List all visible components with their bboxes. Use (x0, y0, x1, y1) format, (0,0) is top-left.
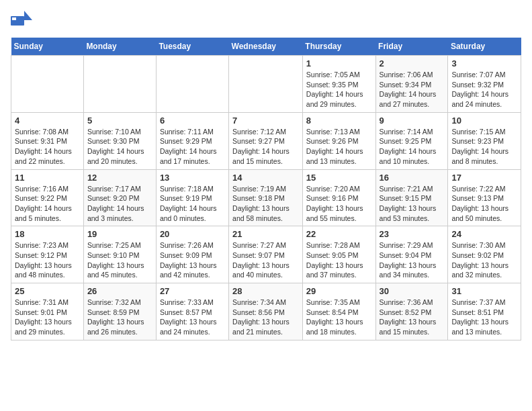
day-number: 30 (380, 286, 445, 296)
day-number: 22 (306, 229, 372, 239)
calendar-cell: 31Sunrise: 7:37 AM Sunset: 8:51 PM Dayli… (448, 283, 521, 340)
calendar-cell: 1Sunrise: 7:05 AM Sunset: 9:35 PM Daylig… (302, 56, 375, 113)
week-row-1: 1Sunrise: 7:05 AM Sunset: 9:35 PM Daylig… (11, 56, 521, 113)
calendar-cell: 25Sunrise: 7:31 AM Sunset: 9:01 PM Dayli… (11, 283, 84, 340)
day-number: 25 (15, 286, 80, 296)
calendar-cell: 10Sunrise: 7:15 AM Sunset: 9:23 PM Dayli… (448, 112, 521, 169)
calendar-cell: 12Sunrise: 7:17 AM Sunset: 9:20 PM Dayli… (83, 169, 156, 226)
day-number: 9 (380, 116, 445, 126)
day-detail: Sunrise: 7:23 AM Sunset: 9:12 PM Dayligh… (15, 240, 80, 280)
calendar-cell: 21Sunrise: 7:27 AM Sunset: 9:07 PM Dayli… (229, 226, 303, 283)
calendar-cell: 26Sunrise: 7:32 AM Sunset: 8:59 PM Dayli… (83, 283, 156, 340)
calendar-cell (156, 56, 228, 113)
day-number: 19 (87, 229, 152, 239)
day-detail: Sunrise: 7:21 AM Sunset: 9:15 PM Dayligh… (380, 184, 445, 224)
day-detail: Sunrise: 7:10 AM Sunset: 9:30 PM Dayligh… (87, 127, 152, 167)
svg-marker-1 (24, 11, 32, 20)
day-number: 16 (380, 173, 445, 183)
days-header-row: SundayMondayTuesdayWednesdayThursdayFrid… (11, 38, 521, 56)
calendar-cell: 18Sunrise: 7:23 AM Sunset: 9:12 PM Dayli… (11, 226, 84, 283)
day-detail: Sunrise: 7:05 AM Sunset: 9:35 PM Dayligh… (306, 70, 372, 109)
day-number: 21 (232, 229, 299, 239)
day-number: 17 (451, 173, 517, 183)
day-number: 31 (451, 286, 517, 296)
calendar-cell: 28Sunrise: 7:34 AM Sunset: 8:56 PM Dayli… (229, 283, 303, 340)
day-number: 8 (306, 116, 372, 126)
day-detail: Sunrise: 7:15 AM Sunset: 9:23 PM Dayligh… (451, 127, 517, 167)
calendar-cell: 3Sunrise: 7:07 AM Sunset: 9:32 PM Daylig… (448, 56, 521, 113)
calendar-cell: 16Sunrise: 7:21 AM Sunset: 9:15 PM Dayli… (375, 169, 448, 226)
calendar-cell: 23Sunrise: 7:29 AM Sunset: 9:04 PM Dayli… (375, 226, 448, 283)
day-detail: Sunrise: 7:36 AM Sunset: 8:52 PM Dayligh… (380, 298, 445, 337)
calendar-cell: 8Sunrise: 7:13 AM Sunset: 9:26 PM Daylig… (302, 112, 375, 169)
day-detail: Sunrise: 7:29 AM Sunset: 9:04 PM Dayligh… (380, 240, 445, 280)
day-number: 24 (451, 229, 517, 239)
day-detail: Sunrise: 7:12 AM Sunset: 9:27 PM Dayligh… (232, 127, 299, 167)
day-number: 2 (380, 58, 445, 68)
logo[interactable] (11, 11, 35, 30)
day-number: 6 (160, 116, 225, 126)
calendar-body: 1Sunrise: 7:05 AM Sunset: 9:35 PM Daylig… (11, 56, 521, 340)
calendar-cell: 14Sunrise: 7:19 AM Sunset: 9:18 PM Dayli… (229, 169, 303, 226)
day-detail: Sunrise: 7:28 AM Sunset: 9:05 PM Dayligh… (306, 240, 372, 280)
calendar-cell: 17Sunrise: 7:22 AM Sunset: 9:13 PM Dayli… (448, 169, 521, 226)
header-monday: Monday (83, 38, 156, 56)
day-detail: Sunrise: 7:33 AM Sunset: 8:57 PM Dayligh… (160, 298, 225, 337)
calendar-cell: 11Sunrise: 7:16 AM Sunset: 9:22 PM Dayli… (11, 169, 84, 226)
calendar-cell: 13Sunrise: 7:18 AM Sunset: 9:19 PM Dayli… (156, 169, 228, 226)
day-number: 5 (87, 116, 152, 126)
calendar-cell: 22Sunrise: 7:28 AM Sunset: 9:05 PM Dayli… (302, 226, 375, 283)
day-detail: Sunrise: 7:37 AM Sunset: 8:51 PM Dayligh… (451, 298, 517, 337)
day-number: 14 (232, 173, 299, 183)
day-detail: Sunrise: 7:31 AM Sunset: 9:01 PM Dayligh… (15, 298, 80, 337)
day-detail: Sunrise: 7:19 AM Sunset: 9:18 PM Dayligh… (232, 184, 299, 224)
calendar-cell (11, 56, 84, 113)
day-number: 18 (15, 229, 80, 239)
day-detail: Sunrise: 7:27 AM Sunset: 9:07 PM Dayligh… (232, 240, 299, 280)
day-number: 4 (15, 116, 80, 126)
day-detail: Sunrise: 7:25 AM Sunset: 9:10 PM Dayligh… (87, 240, 152, 280)
day-number: 23 (380, 229, 445, 239)
header-friday: Friday (375, 38, 448, 56)
week-row-3: 11Sunrise: 7:16 AM Sunset: 9:22 PM Dayli… (11, 169, 521, 226)
day-detail: Sunrise: 7:07 AM Sunset: 9:32 PM Dayligh… (451, 70, 517, 109)
logo-icon (11, 11, 32, 30)
day-number: 11 (15, 173, 80, 183)
day-detail: Sunrise: 7:18 AM Sunset: 9:19 PM Dayligh… (160, 184, 225, 224)
day-number: 27 (160, 286, 225, 296)
calendar-cell: 9Sunrise: 7:14 AM Sunset: 9:25 PM Daylig… (375, 112, 448, 169)
day-number: 13 (160, 173, 225, 183)
header-tuesday: Tuesday (156, 38, 228, 56)
day-detail: Sunrise: 7:35 AM Sunset: 8:54 PM Dayligh… (306, 298, 372, 337)
svg-rect-2 (12, 17, 16, 20)
calendar-cell: 2Sunrise: 7:06 AM Sunset: 9:34 PM Daylig… (375, 56, 448, 113)
day-number: 26 (87, 286, 152, 296)
day-number: 12 (87, 173, 152, 183)
calendar-cell: 6Sunrise: 7:11 AM Sunset: 9:29 PM Daylig… (156, 112, 228, 169)
day-detail: Sunrise: 7:11 AM Sunset: 9:29 PM Dayligh… (160, 127, 225, 167)
header-saturday: Saturday (448, 38, 521, 56)
day-detail: Sunrise: 7:14 AM Sunset: 9:25 PM Dayligh… (380, 127, 445, 167)
day-detail: Sunrise: 7:32 AM Sunset: 8:59 PM Dayligh… (87, 298, 152, 337)
calendar-cell: 30Sunrise: 7:36 AM Sunset: 8:52 PM Dayli… (375, 283, 448, 340)
day-detail: Sunrise: 7:20 AM Sunset: 9:16 PM Dayligh… (306, 184, 372, 224)
header-thursday: Thursday (302, 38, 375, 56)
page-header (11, 11, 521, 30)
week-row-2: 4Sunrise: 7:08 AM Sunset: 9:31 PM Daylig… (11, 112, 521, 169)
day-number: 28 (232, 286, 299, 296)
calendar-cell: 5Sunrise: 7:10 AM Sunset: 9:30 PM Daylig… (83, 112, 156, 169)
calendar-cell: 29Sunrise: 7:35 AM Sunset: 8:54 PM Dayli… (302, 283, 375, 340)
day-number: 20 (160, 229, 225, 239)
calendar-cell (83, 56, 156, 113)
day-detail: Sunrise: 7:13 AM Sunset: 9:26 PM Dayligh… (306, 127, 372, 167)
header-wednesday: Wednesday (229, 38, 303, 56)
day-number: 29 (306, 286, 372, 296)
calendar-header: SundayMondayTuesdayWednesdayThursdayFrid… (11, 38, 521, 56)
day-number: 3 (451, 58, 517, 68)
calendar-table: SundayMondayTuesdayWednesdayThursdayFrid… (11, 38, 521, 340)
day-detail: Sunrise: 7:08 AM Sunset: 9:31 PM Dayligh… (15, 127, 80, 167)
calendar-cell: 27Sunrise: 7:33 AM Sunset: 8:57 PM Dayli… (156, 283, 228, 340)
day-detail: Sunrise: 7:34 AM Sunset: 8:56 PM Dayligh… (232, 298, 299, 337)
week-row-4: 18Sunrise: 7:23 AM Sunset: 9:12 PM Dayli… (11, 226, 521, 283)
calendar-cell: 24Sunrise: 7:30 AM Sunset: 9:02 PM Dayli… (448, 226, 521, 283)
